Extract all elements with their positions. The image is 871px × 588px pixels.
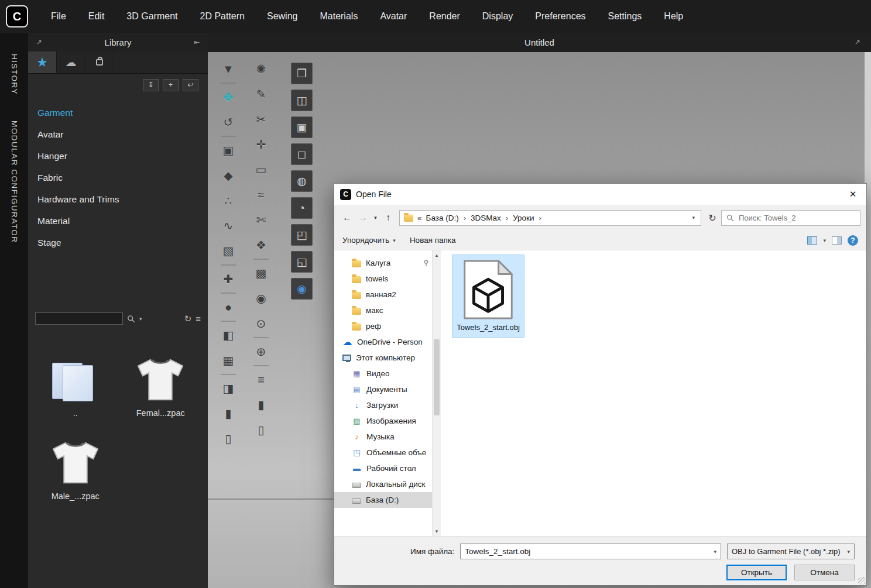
tree-item[interactable]: Этот компьютер (334, 350, 432, 366)
mannequin-b-tool[interactable]: ▯ (220, 430, 237, 448)
cancel-button[interactable]: Отмена (794, 565, 855, 580)
tool-icon[interactable] (221, 136, 236, 137)
breadcrumb-dropdown-icon[interactable]: ▾ (690, 215, 697, 221)
pin-tool[interactable]: ◆ (220, 167, 237, 184)
forward-button[interactable]: → (356, 210, 370, 225)
library-category[interactable]: Material (37, 210, 208, 232)
button-tool[interactable]: ◉ (252, 290, 270, 307)
scrollbar-thumb[interactable] (434, 339, 440, 415)
menu-item[interactable]: 2D Pattern (189, 0, 256, 33)
chevron-right-icon[interactable]: › (536, 214, 545, 222)
tree-item[interactable]: ванная2 (334, 287, 432, 302)
sewing-pin-tool[interactable]: ✛ (252, 136, 270, 153)
uv-box-tool[interactable]: ▦ (220, 352, 237, 369)
tree-item[interactable]: Объемные объе (334, 445, 432, 460)
stitch-tool[interactable]: ≈ (252, 186, 270, 204)
tab-cloud[interactable]: ☁ (57, 51, 85, 73)
file-list[interactable]: Towels_2_start.obj (441, 250, 866, 536)
show-garment-toggle[interactable]: ▣ (291, 116, 313, 138)
tool-icon[interactable] (253, 259, 269, 260)
back-button[interactable]: ↩ (183, 79, 198, 91)
menu-item[interactable]: Sewing (256, 0, 308, 33)
menu-item[interactable]: 3D Garment (115, 0, 188, 33)
trim-tool[interactable]: ▮ (252, 396, 270, 414)
new-folder-button[interactable]: Новая папка (410, 236, 456, 245)
select-move-tool[interactable]: ✥ (220, 88, 237, 106)
tape-measure-tool[interactable]: ▭ (252, 161, 270, 178)
up-button[interactable]: ↑ (381, 210, 395, 225)
tree-item[interactable]: Изображения (334, 413, 432, 429)
close-button[interactable]: ✕ (839, 184, 866, 205)
filetype-combobox[interactable]: OBJ to Garment File (*.obj *.zip) ▾ (727, 544, 855, 559)
pose-edit-tool[interactable]: ✎ (252, 85, 270, 103)
chevron-down-icon[interactable]: ▾ (714, 549, 716, 555)
fastener-tool[interactable]: ⊕ (252, 343, 270, 360)
list-view-icon[interactable]: ≡ (196, 314, 201, 324)
tool-icon[interactable] (253, 365, 269, 366)
search-icon[interactable] (127, 315, 135, 323)
organize-menu[interactable]: Упорядочить ▾ (342, 236, 396, 245)
dialog-search-input[interactable] (738, 213, 855, 223)
library-category[interactable]: Hanger (37, 145, 208, 167)
breadcrumb[interactable]: « База (D:)›3DSMax›Уроки› ▾ (399, 210, 701, 226)
file-item[interactable]: Towels_2_start.obj (452, 255, 524, 337)
breadcrumb-segment[interactable]: Уроки› (512, 214, 545, 222)
sphere-gizmo-tool[interactable]: ● (220, 298, 237, 316)
library-item-male-garment[interactable]: Male_...zpac (37, 432, 114, 501)
dialog-search-box[interactable] (721, 210, 860, 226)
pin-box-tool[interactable]: ▣ (220, 142, 237, 159)
chevron-right-icon[interactable]: › (502, 214, 512, 222)
tree-item[interactable]: Видео (334, 366, 432, 381)
chevron-down-icon[interactable]: ▾ (847, 549, 850, 555)
breadcrumb-segment[interactable]: 3DSMax› (469, 214, 512, 222)
history-dropdown-icon[interactable]: ▾ (372, 210, 379, 225)
popout-icon[interactable]: ↗ (34, 38, 44, 46)
library-category[interactable]: Fabric (37, 167, 208, 188)
modular-configurator-tab[interactable]: MODULAR CONFIGURATOR (10, 121, 19, 243)
collapse-panel-icon[interactable]: ⇤ (191, 38, 202, 46)
tree-item[interactable]: Документы (334, 381, 432, 397)
fit-to-avatar-tool[interactable]: ▧ (220, 242, 237, 260)
menu-item[interactable]: Help (653, 0, 694, 33)
mannequin-a-tool[interactable]: ▮ (220, 405, 237, 422)
tree-item[interactable]: Музыка (334, 429, 432, 445)
fold-garment-tool[interactable]: ◨ (220, 380, 237, 397)
menu-item[interactable]: Display (471, 0, 524, 33)
thumbnail-view-icon[interactable] (807, 236, 817, 245)
tree-item[interactable]: towels (334, 271, 432, 287)
resize-grip[interactable] (858, 577, 866, 584)
refresh-button[interactable]: ↻ (705, 210, 719, 225)
select-lasso-tool[interactable]: ↺ (220, 114, 237, 131)
texture-checker-tool[interactable]: ▩ (252, 264, 270, 282)
open-button[interactable]: Открыть (726, 565, 787, 580)
point-edit-tool[interactable]: ∴ (220, 192, 237, 209)
scroll-up-icon[interactable]: ▴ (436, 251, 438, 259)
tree-scrollbar[interactable]: ▴ ▾ (432, 250, 441, 536)
tree-item[interactable]: макс (334, 302, 432, 318)
menu-item[interactable]: Avatar (369, 0, 418, 33)
menu-item[interactable]: File (40, 0, 77, 33)
menu-item[interactable]: Preferences (524, 0, 596, 33)
seam-cut-tool[interactable]: ✄ (252, 211, 270, 229)
mode-garment-window[interactable]: ◫ (291, 90, 313, 111)
world-globe-toggle[interactable]: ◉ (291, 278, 313, 300)
preview-pane-icon[interactable] (832, 236, 842, 245)
tab-store[interactable] (85, 51, 114, 73)
tab-favorites[interactable]: ★ (28, 51, 57, 73)
show-garment-alt-toggle[interactable]: ◻ (291, 143, 313, 165)
history-panel-tab[interactable]: HISTORY (10, 54, 19, 95)
library-category[interactable]: Stage (37, 232, 208, 253)
tree-item[interactable]: Калуга (334, 255, 432, 271)
walk-avatar-tool[interactable]: ✺ (252, 60, 270, 78)
show-mannequin-toggle[interactable]: ◱ (291, 251, 313, 273)
tree-item[interactable]: Рабочий стол (334, 460, 432, 476)
download-button[interactable]: ↧ (143, 79, 159, 91)
refresh-icon[interactable]: ↻ (184, 314, 192, 324)
library-category[interactable]: Hardware and Trims (37, 188, 208, 210)
view-dropdown-icon[interactable]: ▾ (823, 238, 826, 243)
tool-icon[interactable] (221, 293, 236, 294)
tool-icon[interactable] (221, 374, 236, 375)
menu-item[interactable]: Edit (77, 0, 116, 33)
library-category[interactable]: Garment (37, 102, 208, 123)
scissors-tool[interactable]: ✂ (252, 111, 270, 128)
